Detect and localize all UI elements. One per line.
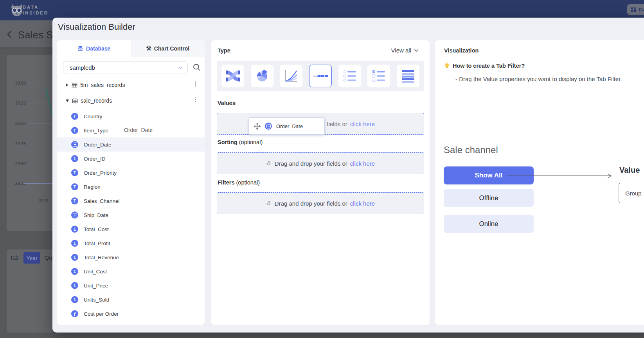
- select-list-icon: [400, 68, 416, 84]
- dashboard-button[interactable]: Dashboard: [627, 4, 644, 15]
- optional-suffix: (optional): [235, 179, 260, 186]
- dashboard-button-label: Dashboard: [639, 7, 644, 13]
- caret-down-icon[interactable]: [66, 99, 69, 102]
- field-row[interactable]: 1 Unit_Price: [57, 278, 205, 293]
- tab-database[interactable]: Database: [57, 40, 131, 57]
- builder-panel: Type View all: [211, 40, 430, 325]
- tab-chart-control[interactable]: ⚒ Chart Control: [131, 40, 205, 57]
- search-icon[interactable]: [192, 63, 201, 72]
- field-row[interactable]: T Region: [57, 180, 205, 194]
- dropzone-click-here-link[interactable]: click here: [350, 200, 375, 207]
- field-type-icon: 1: [71, 155, 78, 162]
- sorting-label: Sorting: [218, 139, 237, 145]
- preview-button-offline[interactable]: Offline: [444, 189, 534, 207]
- owl-logo-icon: [9, 3, 24, 18]
- dropzone-hint: Drag and drop your fields or: [275, 200, 347, 207]
- chevron-down-icon: [414, 49, 419, 52]
- database-icon: [77, 46, 83, 52]
- field-row[interactable]: ƒ Cost per Order: [57, 307, 205, 321]
- checkbox-list-icon: [371, 68, 387, 84]
- field-type-icon: [265, 123, 272, 130]
- view-all-button[interactable]: View all: [391, 47, 419, 54]
- back-icon[interactable]: [5, 30, 14, 39]
- modal-title: Visualization Builder: [58, 22, 135, 32]
- field-type-icon: [71, 141, 78, 148]
- radio-list-icon: [342, 68, 358, 84]
- tree-node-5m-sales-records[interactable]: 5m_sales_records: [57, 79, 205, 91]
- field-row[interactable]: Ship_Date: [57, 208, 205, 222]
- footer-tab-quarter[interactable]: Qu: [45, 255, 52, 261]
- gridline: [28, 144, 53, 144]
- database-select[interactable]: sampledb: [63, 61, 188, 74]
- dropzone-click-here-link[interactable]: click here: [350, 121, 375, 127]
- view-all-label: View all: [391, 47, 411, 54]
- field-label: Unit_Cost: [84, 269, 107, 275]
- optional-suffix: (optional): [237, 139, 263, 145]
- tip-title: How to create a Tab Filter?: [453, 63, 525, 69]
- filters-dropzone[interactable]: Drag and drop your fields or click here: [217, 192, 424, 214]
- lightbulb-icon: [443, 62, 451, 69]
- field-row[interactable]: 1 Unit_Cost: [57, 264, 205, 278]
- gridline: [28, 83, 53, 83]
- pie-chart-icon: [254, 68, 270, 84]
- sankey-chart-icon: [225, 68, 241, 84]
- field-row[interactable]: 1 Total_Profit: [57, 236, 205, 250]
- filters-label: Filters: [218, 179, 235, 186]
- kebab-menu-icon[interactable]: [195, 97, 196, 102]
- values-section-label: Values: [218, 100, 236, 106]
- type-tile-checkbox-list[interactable]: [367, 65, 390, 87]
- field-type-icon: T: [71, 169, 78, 176]
- field-row[interactable]: T Sales_Channel: [57, 194, 205, 208]
- footer-tab-year[interactable]: Year: [23, 252, 40, 264]
- drag-hand-icon: [266, 160, 272, 166]
- y-tick: 29.50: [11, 161, 26, 166]
- type-tile-radio-list[interactable]: [338, 65, 361, 87]
- field-row[interactable]: 1 Total_Revenue: [57, 250, 205, 264]
- dashboard-icon: [631, 7, 637, 13]
- visualization-panel: Visualization How to create a Tab Filter…: [435, 40, 644, 325]
- caret-right-icon[interactable]: [66, 83, 68, 87]
- field-row[interactable]: T Country: [57, 109, 205, 123]
- chart-type-picker: Tab: [217, 61, 424, 91]
- type-tile-sankey[interactable]: [221, 65, 244, 87]
- field-row[interactable]: Order_Date: [57, 137, 205, 152]
- field-row[interactable]: 1 Total_Cost: [57, 222, 205, 236]
- type-tile-line[interactable]: [280, 65, 302, 87]
- sorting-dropzone[interactable]: Drag and drop your fields or click here: [217, 152, 424, 174]
- group-annotation-box: Group: [619, 183, 644, 203]
- tree-node-sale-records[interactable]: sale_records: [57, 94, 205, 107]
- field-label: Order_Priority: [84, 170, 117, 176]
- x-tick: 2010: [39, 198, 48, 203]
- database-select-value: sampledb: [70, 64, 178, 71]
- dropzone-click-here-link[interactable]: click here: [350, 160, 375, 167]
- field-type-icon: ƒ: [71, 310, 78, 317]
- footer-tab-tab[interactable]: Tab: [10, 255, 19, 261]
- type-tile-tab-filter[interactable]: Tab: [309, 65, 332, 87]
- field-row[interactable]: T Order_Priority: [57, 166, 205, 180]
- field-label: Country: [84, 114, 102, 119]
- preview-button-online[interactable]: Online: [444, 215, 534, 233]
- field-type-icon: [71, 211, 78, 219]
- dragged-field-chip[interactable]: Order_Date: [249, 117, 325, 135]
- field-label: Ship_Date: [84, 212, 108, 218]
- type-tile-pie[interactable]: [251, 65, 273, 87]
- line-series: [42, 87, 53, 119]
- svg-text:Tab: Tab: [313, 75, 317, 78]
- kebab-menu-icon[interactable]: [195, 81, 196, 87]
- tab-database-label: Database: [86, 45, 110, 52]
- y-tick: 30.00: [11, 121, 26, 126]
- field-label: Item_Type: [84, 128, 108, 134]
- field-row[interactable]: 1 Order_ID: [57, 152, 205, 166]
- group-annotation-label[interactable]: Group: [625, 190, 642, 197]
- type-section-label: Type: [218, 47, 230, 54]
- table-icon: [72, 82, 77, 88]
- type-tile-select-list[interactable]: [397, 65, 419, 87]
- y-tick: 29.75: [11, 141, 26, 146]
- field-row[interactable]: 1 Units_Sold: [57, 293, 205, 307]
- field-type-icon: 1: [71, 282, 78, 289]
- field-label: Unit_Price: [84, 283, 108, 289]
- tab-filter-icon: Tab: [313, 68, 328, 84]
- gridline: [28, 164, 53, 164]
- chevron-down-icon: [178, 66, 183, 69]
- field-type-icon: T: [71, 183, 78, 190]
